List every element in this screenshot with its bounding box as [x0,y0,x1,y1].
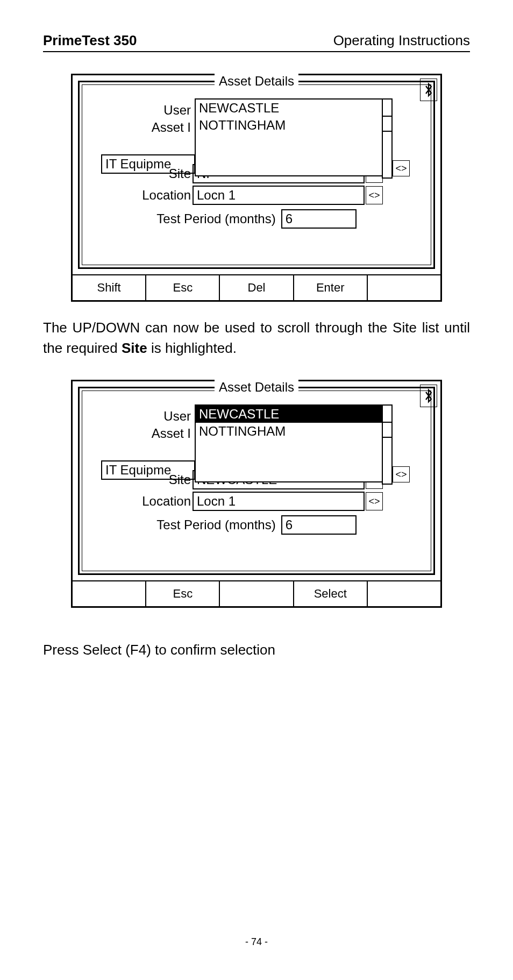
device-screenshot-2: Asset Details IT Equipme User Asset I NE… [71,380,442,608]
dropdown-item-newcastle[interactable]: NEWCASTLE [196,406,382,423]
site-label: Site [80,472,193,487]
location-chevron-icon[interactable]: <> [366,186,383,204]
location-label: Location [80,494,193,509]
softkey-shift[interactable]: Shift [73,275,146,300]
test-period-label: Test Period (months) [156,211,275,226]
dropdown-item-nottingham[interactable]: NOTTINGHAM [196,117,382,134]
scroll-thumb[interactable] [383,422,391,438]
site-label: Site [80,166,193,181]
softkey-blank [73,581,146,606]
test-period-field[interactable]: 6 [281,209,357,229]
asset-label: Asset I [80,120,193,135]
location-label: Location [80,188,193,203]
dropdown-scrollbar[interactable] [382,98,393,179]
frame-title: Asset Details [215,380,298,395]
softkey-enter[interactable]: Enter [294,275,368,300]
instruction-paragraph-2: Press Select (F4) to confirm selection [43,640,470,661]
softkey-blank [368,581,440,606]
dropdown-chevron-icon[interactable]: <> [393,160,410,176]
test-period-label: Test Period (months) [156,517,275,532]
site-dropdown-list[interactable]: NEWCASTLE NOTTINGHAM <> [195,404,383,482]
softkey-del[interactable]: Del [220,275,294,300]
device-name: PrimeTest 350 [43,32,137,49]
location-field[interactable]: Locn 1 [193,492,365,511]
dropdown-chevron-icon[interactable]: <> [393,466,410,482]
scroll-thumb[interactable] [383,116,391,132]
asset-label: Asset I [80,426,193,441]
dropdown-scrollbar[interactable] [382,404,393,485]
softkey-select[interactable]: Select [294,581,368,606]
instruction-paragraph-1: The UP/DOWN can now be used to scroll th… [43,318,470,358]
device-screenshot-1: Asset Details IT Equipme User Asset I NE… [71,74,442,302]
page-number: - 74 - [245,936,268,948]
location-chevron-icon[interactable]: <> [366,492,383,510]
user-label: User [80,103,193,118]
user-label: User [80,409,193,424]
doc-title: Operating Instructions [333,32,470,49]
softkey-esc[interactable]: Esc [146,581,220,606]
dropdown-item-newcastle[interactable]: NEWCASTLE [196,100,382,117]
location-field[interactable]: Locn 1 [193,186,365,205]
asset-details-frame: Asset Details IT Equipme User Asset I NE… [78,81,435,269]
softkey-blank [368,275,440,300]
frame-title: Asset Details [215,74,298,89]
softkey-toolbar: Esc Select [73,580,440,606]
softkey-toolbar: Shift Esc Del Enter [73,274,440,300]
dropdown-item-nottingham[interactable]: NOTTINGHAM [196,423,382,440]
softkey-blank [220,581,294,606]
site-dropdown-list[interactable]: NEWCASTLE NOTTINGHAM <> [195,98,383,176]
softkey-esc[interactable]: Esc [146,275,220,300]
page-header: PrimeTest 350 Operating Instructions [43,32,470,52]
asset-details-frame: Asset Details IT Equipme User Asset I NE… [78,387,435,575]
test-period-field[interactable]: 6 [281,515,357,535]
